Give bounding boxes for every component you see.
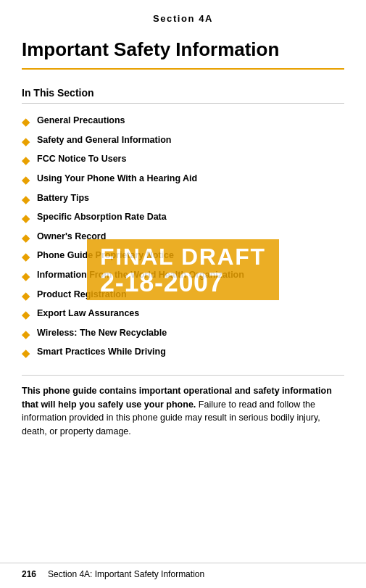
toc-label-export-law: Export Law Assurances <box>37 307 139 320</box>
toc-bullet-fcc-notice: ◆ <box>22 154 30 168</box>
toc-bullet-who-info: ◆ <box>22 270 30 284</box>
toc-item-general-precautions: ◆General Precautions <box>22 112 344 132</box>
toc-list: ◆General Precautions◆Safety and General … <box>0 109 366 369</box>
toc-label-hearing-aid: Using Your Phone With a Hearing Aid <box>37 173 197 186</box>
section-header: Section 4A <box>0 0 366 31</box>
toc-label-battery-tips: Battery Tips <box>37 192 89 205</box>
toc-item-product-registration: ◆Product Registration <box>22 286 344 306</box>
toc-bullet-hearing-aid: ◆ <box>22 173 30 188</box>
toc-bullet-phone-guide-proprietary: ◆ <box>22 250 30 265</box>
toc-bullet-general-precautions: ◆ <box>22 115 30 130</box>
toc-item-wireless-recyclable: ◆Wireless: The New Recyclable <box>22 325 344 344</box>
toc-bullet-product-registration: ◆ <box>22 289 30 304</box>
toc-bullet-safety-general-info: ◆ <box>22 135 30 149</box>
toc-item-owners-record: ◆Owner's Record <box>22 228 344 248</box>
toc-label-product-registration: Product Registration <box>37 289 127 302</box>
page-title: Important Safety Information <box>0 31 366 65</box>
toc-label-phone-guide-proprietary: Phone Guide Proprietary Notice <box>37 249 174 262</box>
toc-label-general-precautions: General Precautions <box>37 115 125 128</box>
toc-bullet-wireless-recyclable: ◆ <box>22 328 30 342</box>
toc-item-fcc-notice: ◆FCC Notice To Users <box>22 151 344 170</box>
toc-label-specific-absorption: Specific Absorption Rate Data <box>37 211 167 224</box>
toc-item-battery-tips: ◆Battery Tips <box>22 190 344 210</box>
toc-item-hearing-aid: ◆Using Your Phone With a Hearing Aid <box>22 170 344 190</box>
footer: 216 Section 4A: Important Safety Informa… <box>0 563 366 579</box>
toc-bullet-specific-absorption: ◆ <box>22 212 30 226</box>
toc-label-wireless-recyclable: Wireless: The New Recyclable <box>37 327 167 340</box>
footer-page-number: 216 <box>22 569 36 579</box>
toc-label-safety-general-info: Safety and General Information <box>37 134 171 147</box>
toc-item-who-info: ◆Information From the World Health Organ… <box>22 267 344 286</box>
toc-bottom-divider <box>22 375 344 376</box>
title-divider <box>22 68 344 70</box>
toc-item-export-law: ◆Export Law Assurances <box>22 305 344 325</box>
toc-label-owners-record: Owner's Record <box>37 231 106 244</box>
toc-bullet-owners-record: ◆ <box>22 231 30 246</box>
toc-item-smart-practices: ◆Smart Practices While Driving <box>22 344 344 363</box>
toc-bullet-export-law: ◆ <box>22 308 30 323</box>
toc-bullet-smart-practices: ◆ <box>22 347 30 361</box>
toc-item-phone-guide-proprietary: ◆Phone Guide Proprietary Notice <box>22 247 344 267</box>
footer-section-text: Section 4A: Important Safety Information <box>48 569 204 579</box>
toc-label-fcc-notice: FCC Notice To Users <box>37 153 126 166</box>
toc-item-specific-absorption: ◆Specific Absorption Rate Data <box>22 209 344 228</box>
toc-bullet-battery-tips: ◆ <box>22 193 30 207</box>
page-container: Section 4A Important Safety Information … <box>0 0 366 588</box>
toc-top-divider <box>22 103 344 104</box>
toc-label-smart-practices: Smart Practices While Driving <box>37 346 166 359</box>
toc-label-who-info: Information From the World Health Organi… <box>37 269 244 282</box>
in-this-section-label: In This Section <box>0 80 366 103</box>
toc-item-safety-general-info: ◆Safety and General Information <box>22 132 344 152</box>
description-text: This phone guide contains important oper… <box>0 384 366 453</box>
